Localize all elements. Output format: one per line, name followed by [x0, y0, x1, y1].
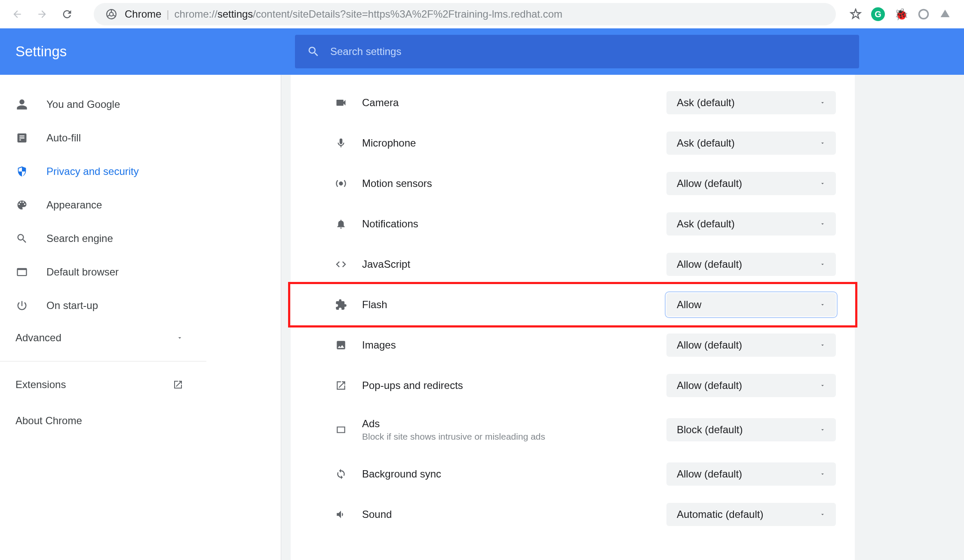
permission-label: JavaScript	[362, 258, 666, 270]
sidebar-advanced[interactable]: Advanced	[0, 322, 206, 353]
bookmark-star-icon[interactable]	[850, 8, 862, 20]
sync-icon	[334, 468, 348, 480]
drive-icon[interactable]	[939, 8, 951, 20]
permission-label: Motion sensors	[362, 177, 666, 190]
search-icon	[307, 45, 320, 58]
shield-icon	[15, 165, 28, 177]
permission-label: Notifications	[362, 218, 666, 230]
settings-sidebar: You and GoogleAuto-fillPrivacy and secur…	[0, 75, 206, 560]
permission-select[interactable]: Ask (default)	[666, 132, 836, 155]
sidebar-item-label: Appearance	[46, 199, 102, 211]
permission-label: AdsBlock if site shows intrusive or misl…	[362, 418, 666, 442]
sidebar-item-label: Privacy and security	[46, 165, 139, 177]
extension-circle-icon[interactable]	[918, 8, 930, 20]
svg-point-2	[919, 10, 928, 19]
chevron-down-icon	[820, 100, 826, 106]
browser-icon	[15, 266, 28, 278]
autofill-icon	[15, 132, 28, 144]
svg-point-1	[110, 12, 114, 16]
permission-label: Flash	[362, 299, 666, 311]
toolbar-extensions: G 🐞	[850, 7, 955, 21]
browser-toolbar: Chrome | chrome://settings/content/siteD…	[0, 0, 964, 28]
permission-label: Images	[362, 339, 666, 351]
arrow-left-icon	[12, 9, 23, 20]
reload-icon	[61, 8, 73, 20]
url-text: Chrome | chrome://settings/content/siteD…	[125, 8, 562, 20]
permission-row-camera: CameraAsk (default)	[291, 83, 855, 123]
sidebar-item-on-start-up[interactable]: On start-up	[0, 289, 199, 322]
settings-header: Settings	[0, 28, 964, 75]
permission-label: Background sync	[362, 468, 666, 480]
permission-row-sound: SoundAutomatic (default)	[291, 494, 855, 535]
mic-icon	[334, 138, 348, 149]
sidebar-item-search-engine[interactable]: Search engine	[0, 222, 199, 255]
ads-icon	[334, 424, 348, 435]
sidebar-item-label: On start-up	[46, 300, 98, 312]
permission-label: Sound	[362, 508, 666, 520]
permissions-card: CameraAsk (default)MicrophoneAsk (defaul…	[291, 75, 855, 560]
back-button[interactable]	[9, 6, 26, 23]
sidebar-item-appearance[interactable]: Appearance	[0, 188, 199, 222]
permission-row-background-sync: Background syncAllow (default)	[291, 454, 855, 494]
permission-select[interactable]: Ask (default)	[666, 212, 836, 236]
main-layout: You and GoogleAuto-fillPrivacy and secur…	[0, 75, 964, 560]
motion-icon	[334, 177, 348, 190]
permission-select[interactable]: Allow	[666, 293, 836, 316]
sidebar-item-label: You and Google	[46, 98, 120, 110]
sound-icon	[334, 509, 348, 520]
search-icon	[15, 233, 28, 245]
forward-button[interactable]	[34, 6, 51, 23]
permission-row-microphone: MicrophoneAsk (default)	[291, 123, 855, 163]
permission-select[interactable]: Automatic (default)	[666, 503, 836, 526]
permission-select[interactable]: Allow (default)	[666, 334, 836, 357]
permission-select[interactable]: Ask (default)	[666, 91, 836, 114]
sidebar-item-label: Default browser	[46, 266, 119, 278]
sidebar-extensions[interactable]: Extensions	[0, 372, 206, 398]
chevron-down-icon	[820, 261, 826, 267]
permission-select[interactable]: Allow (default)	[666, 374, 836, 397]
divider	[0, 361, 206, 361]
chevron-down-icon	[820, 342, 826, 348]
permission-label: Microphone	[362, 137, 666, 149]
chevron-down-icon	[820, 221, 826, 227]
permission-row-motion-sensors: Motion sensorsAllow (default)	[291, 163, 855, 204]
camera-icon	[334, 97, 348, 109]
sidebar-item-label: Search engine	[46, 233, 113, 245]
reload-button[interactable]	[58, 6, 76, 23]
sidebar-item-privacy-and-security[interactable]: Privacy and security	[0, 155, 199, 188]
chevron-down-icon	[820, 383, 826, 389]
permission-row-flash: FlashAllow	[291, 285, 855, 325]
search-input[interactable]	[330, 46, 847, 58]
bell-icon	[334, 218, 348, 230]
content-area: CameraAsk (default)MicrophoneAsk (defaul…	[281, 75, 964, 560]
sidebar-item-auto-fill[interactable]: Auto-fill	[0, 121, 199, 155]
arrow-right-icon	[37, 9, 48, 20]
settings-search[interactable]	[295, 35, 859, 68]
chevron-down-icon	[820, 471, 826, 477]
extension-bug-icon[interactable]: 🐞	[894, 8, 908, 21]
permission-row-javascript: JavaScriptAllow (default)	[291, 244, 855, 285]
page-title: Settings	[15, 43, 282, 60]
chrome-icon	[106, 9, 117, 20]
permission-row-ads: AdsBlock if site shows intrusive or misl…	[291, 406, 855, 454]
sidebar-about[interactable]: About Chrome	[0, 408, 206, 434]
sidebar-item-default-browser[interactable]: Default browser	[0, 255, 199, 289]
permission-select[interactable]: Allow (default)	[666, 253, 836, 276]
image-icon	[334, 340, 348, 351]
permission-select[interactable]: Allow (default)	[666, 462, 836, 486]
plugin-icon	[334, 299, 348, 311]
chevron-down-icon	[820, 511, 826, 517]
permission-row-notifications: NotificationsAsk (default)	[291, 204, 855, 244]
chevron-down-icon	[820, 140, 826, 146]
person-icon	[15, 98, 28, 110]
permission-label: Camera	[362, 97, 666, 109]
sidebar-item-label: Auto-fill	[46, 132, 81, 144]
sidebar-item-you-and-google[interactable]: You and Google	[0, 88, 199, 121]
grammarly-icon[interactable]: G	[871, 7, 885, 21]
permission-select[interactable]: Allow (default)	[666, 172, 836, 195]
permission-select[interactable]: Block (default)	[666, 418, 836, 441]
permission-label: Pop-ups and redirects	[362, 379, 666, 392]
permission-row-pop-ups-and-redirects: Pop-ups and redirectsAllow (default)	[291, 365, 855, 406]
address-bar[interactable]: Chrome | chrome://settings/content/siteD…	[94, 3, 836, 25]
chevron-down-icon	[820, 427, 826, 433]
